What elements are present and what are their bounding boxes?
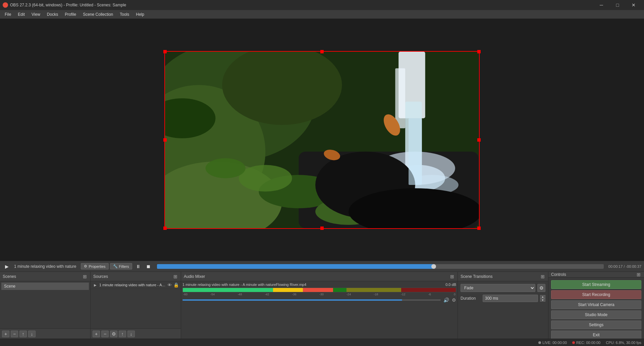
handle-mr[interactable] xyxy=(477,138,481,142)
sources-panel: Sources ⊞ ▶ 1 minute relaxing video with… xyxy=(91,272,181,339)
transport-bar: ▶ 1 minute relaxing video with nature ⚙ … xyxy=(0,261,644,271)
handle-tr[interactable] xyxy=(477,50,481,53)
source-down-button[interactable]: ↓ xyxy=(127,331,135,337)
scene-item-scene[interactable]: Scene xyxy=(1,283,89,290)
source-visibility-button[interactable]: 👁 xyxy=(167,282,172,288)
source-item[interactable]: ▶ 1 minute relaxing video with nature - … xyxy=(91,281,181,289)
close-button[interactable]: ✕ xyxy=(626,0,641,10)
progress-bar[interactable] xyxy=(157,264,604,269)
minimize-button[interactable]: ─ xyxy=(594,0,609,10)
properties-button[interactable]: ⚙ Properties xyxy=(81,263,108,269)
time-display: 00:00:17 / -00:00:37 xyxy=(608,264,641,268)
menu-view[interactable]: View xyxy=(28,11,44,18)
menu-scene-collection[interactable]: Scene Collection xyxy=(79,11,116,18)
progress-fill xyxy=(157,264,434,269)
scenes-panel-header: Scenes ⊞ xyxy=(0,272,90,281)
handle-mb[interactable] xyxy=(320,227,324,230)
source-remove-button[interactable]: − xyxy=(101,331,109,337)
title-bar: OBS 27.2.3 (64-bit, windows) - Profile: … xyxy=(0,0,644,10)
pause-button[interactable]: ⏸ xyxy=(134,262,142,270)
svg-point-17 xyxy=(239,165,292,191)
sources-title: Sources xyxy=(93,274,108,279)
source-add-button[interactable]: + xyxy=(93,331,100,337)
maximize-button[interactable]: □ xyxy=(610,0,625,10)
audio-meter-container xyxy=(182,288,456,292)
scene-transitions-panel: Scene Transitions ⊞ Fade Cut Swipe Slide… xyxy=(458,272,548,339)
duration-spinners: ▲ ▼ xyxy=(540,295,545,302)
duration-up-button[interactable]: ▲ xyxy=(540,295,545,298)
handle-ml[interactable] xyxy=(163,138,167,142)
source-settings-button[interactable]: ⚙ xyxy=(110,331,117,337)
handle-br[interactable] xyxy=(477,227,481,230)
obs-icon xyxy=(3,2,8,8)
scene-add-button[interactable]: + xyxy=(2,331,9,337)
audio-settings-button[interactable]: ⚙ xyxy=(452,297,456,303)
audio-track-header: 1 minute relaxing video with nature - A … xyxy=(182,283,456,287)
mute-button[interactable]: 🔊 xyxy=(443,297,449,303)
scenes-options-button[interactable]: ⊞ xyxy=(82,274,88,279)
audio-options-button[interactable]: ⊞ xyxy=(449,274,455,279)
bottom-panels: Scenes ⊞ Scene + − ↑ ↓ Sources ⊞ ▶ xyxy=(0,271,644,339)
source-play-button[interactable]: ▶ xyxy=(93,282,98,288)
menu-tools[interactable]: Tools xyxy=(116,11,132,18)
volume-fill xyxy=(182,299,402,301)
exit-button[interactable]: Exit xyxy=(551,331,641,339)
sources-panel-header: Sources ⊞ xyxy=(91,272,181,281)
audio-meter-fill xyxy=(183,288,333,292)
handle-mt[interactable] xyxy=(320,50,324,53)
rec-dot xyxy=(572,341,575,344)
scene-remove-button[interactable]: − xyxy=(11,331,18,337)
source-lock-button[interactable]: 🔒 xyxy=(173,282,179,288)
controls-panel: Controls ⊞ Start Streaming Start Recordi… xyxy=(548,272,644,339)
menu-file[interactable]: File xyxy=(1,11,14,18)
main-content: ▶ 1 minute relaxing video with nature ⚙ … xyxy=(0,19,644,346)
stop-button[interactable]: ⏹ xyxy=(144,262,152,270)
menu-help[interactable]: Help xyxy=(132,11,148,18)
menu-profile[interactable]: Profile xyxy=(61,11,79,18)
scene-up-button[interactable]: ↑ xyxy=(19,331,27,337)
settings-button[interactable]: Settings xyxy=(551,320,641,329)
live-status: LIVE: 00:00:00 xyxy=(538,341,567,345)
start-virtual-camera-button[interactable]: Start Virtual Camera xyxy=(551,300,641,309)
scene-down-button[interactable]: ↓ xyxy=(28,331,36,337)
play-button[interactable]: ▶ xyxy=(3,262,11,270)
cpu-status: CPU: 6.8%, 30.00 fps xyxy=(606,341,641,345)
transition-select[interactable]: Fade Cut Swipe Slide Stinger xyxy=(461,284,535,292)
rec-label: REC: 00:00:00 xyxy=(576,341,600,345)
start-streaming-button[interactable]: Start Streaming xyxy=(551,280,641,289)
scenes-content: Scene xyxy=(0,281,90,329)
titlebar-controls: ─ □ ✕ xyxy=(594,0,641,10)
transport-source-label: 1 minute relaxing video with nature xyxy=(14,264,76,269)
titlebar-left: OBS 27.2.3 (64-bit, windows) - Profile: … xyxy=(3,2,126,8)
handle-tl[interactable] xyxy=(163,50,167,53)
menu-bar: File Edit View Docks Profile Scene Colle… xyxy=(0,10,644,19)
source-up-button[interactable]: ↑ xyxy=(119,331,126,337)
titlebar-title: OBS 27.2.3 (64-bit, windows) - Profile: … xyxy=(10,3,126,7)
menu-docks[interactable]: Docks xyxy=(44,11,61,18)
menu-edit[interactable]: Edit xyxy=(14,11,28,18)
svg-rect-21 xyxy=(409,118,422,185)
preview-canvas xyxy=(164,51,480,229)
handle-bl[interactable] xyxy=(163,227,167,230)
filters-button[interactable]: 🔧 Filters xyxy=(110,263,132,269)
audio-ruler: -60 -54 -48 -42 -36 -30 -24 -18 -12 -6 0 xyxy=(182,293,456,296)
transition-gear-button[interactable]: ⚙ xyxy=(537,284,545,292)
duration-input[interactable] xyxy=(483,295,538,302)
sources-options-button[interactable]: ⊞ xyxy=(173,274,178,279)
audio-mixer-header: Audio Mixer ⊞ xyxy=(181,272,458,281)
start-recording-button[interactable]: Start Recording xyxy=(551,290,641,299)
svg-point-18 xyxy=(206,158,246,178)
volume-slider[interactable] xyxy=(182,299,441,301)
scenes-footer: + − ↑ ↓ xyxy=(0,329,90,339)
duration-row: Duration ▲ ▼ xyxy=(461,295,545,302)
status-bar: LIVE: 00:00:00 REC: 00:00:00 CPU: 6.8%, … xyxy=(0,339,644,346)
controls-title: Controls xyxy=(551,272,566,277)
audio-content: 1 minute relaxing video with nature - A … xyxy=(181,281,458,339)
audio-track: 1 minute relaxing video with nature - A … xyxy=(182,283,456,303)
controls-options-button[interactable]: ⊞ xyxy=(636,272,641,277)
gear-icon: ⚙ xyxy=(84,264,87,268)
filter-icon: 🔧 xyxy=(113,264,118,268)
duration-down-button[interactable]: ▼ xyxy=(540,298,545,302)
studio-mode-button[interactable]: Studio Mode xyxy=(551,310,641,319)
transitions-options-button[interactable]: ⊞ xyxy=(540,274,545,279)
